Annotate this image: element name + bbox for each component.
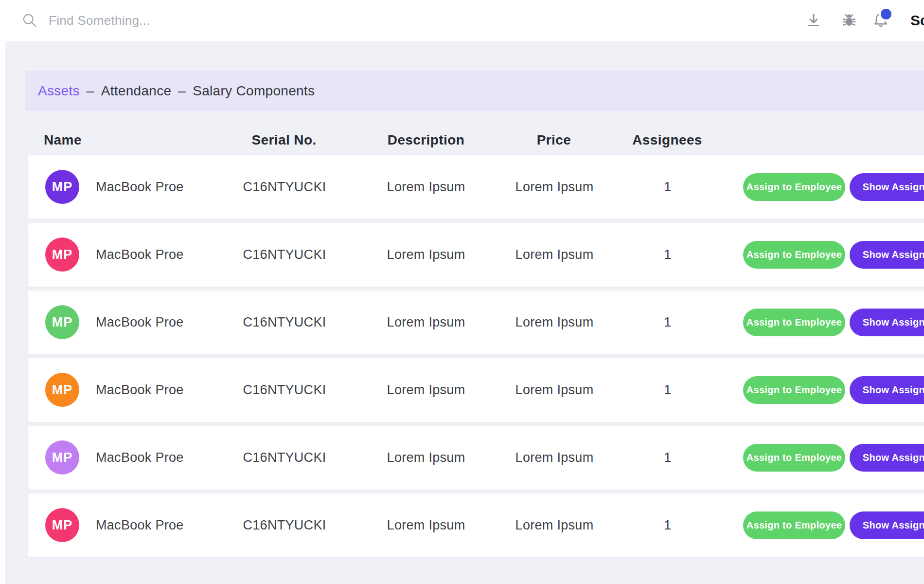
avatar: MP — [45, 508, 79, 542]
serial-number: C16NTYUCKI — [243, 223, 326, 287]
description: Lorem Ipsum — [387, 426, 465, 490]
breadcrumb-link-assets[interactable]: Assets — [38, 83, 80, 99]
table-body: MP MacBook Proe C16NTYUCKI Lorem Ipsum L… — [28, 155, 924, 557]
assign-to-employee-button[interactable]: Assign to Employee — [743, 511, 845, 539]
table-row: MP MacBook Proe C16NTYUCKI Lorem Ipsum L… — [28, 291, 924, 354]
serial-number: C16NTYUCKI — [243, 493, 326, 557]
avatar: MP — [45, 237, 79, 272]
column-header-name: Name — [44, 126, 82, 155]
breadcrumb-separator: – — [87, 83, 94, 99]
serial-number: C16NTYUCKI — [243, 358, 326, 422]
avatar: MP — [45, 373, 79, 407]
avatar: MP — [45, 440, 79, 474]
asset-name: MacBook Proe — [96, 223, 184, 287]
show-assignees-button[interactable]: Show Assignees — [850, 309, 924, 336]
topbar: Sc — [0, 0, 924, 41]
description: Lorem Ipsum — [387, 223, 465, 287]
column-header-price: Price — [537, 126, 571, 155]
breadcrumb-separator: – — [178, 83, 186, 99]
serial-number: C16NTYUCKI — [243, 291, 326, 354]
breadcrumb-item-attendance: Attendance — [101, 83, 172, 99]
app-window: Sc Assets – Attendance – Salary Componen… — [0, 0, 924, 584]
profile-name[interactable]: Sc — [910, 0, 924, 41]
assign-to-employee-button[interactable]: Assign to Employee — [743, 309, 845, 336]
show-assignees-button[interactable]: Show Assignees — [850, 376, 924, 404]
table-row: MP MacBook Proe C16NTYUCKI Lorem Ipsum L… — [28, 426, 924, 490]
avatar: MP — [45, 305, 79, 339]
assignees-count: 1 — [664, 493, 671, 557]
show-assignees-button[interactable]: Show Assignees — [850, 444, 924, 472]
show-assignees-button[interactable]: Show Assignees — [850, 241, 924, 269]
notification-dot — [879, 7, 893, 21]
assignees-count: 1 — [664, 291, 671, 354]
assign-to-employee-button[interactable]: Assign to Employee — [743, 376, 845, 404]
column-header-assignees: Assignees — [632, 126, 702, 155]
column-header-serial: Serial No. — [251, 126, 316, 155]
assign-to-employee-button[interactable]: Assign to Employee — [743, 173, 845, 201]
breadcrumb: Assets – Attendance – Salary Components — [25, 71, 924, 111]
assign-to-employee-button[interactable]: Assign to Employee — [743, 241, 845, 269]
asset-name: MacBook Proe — [96, 493, 184, 557]
table-row: MP MacBook Proe C16NTYUCKI Lorem Ipsum L… — [28, 223, 924, 287]
asset-name: MacBook Proe — [96, 426, 184, 490]
serial-number: C16NTYUCKI — [243, 155, 326, 219]
bell-icon[interactable] — [872, 0, 889, 41]
show-assignees-button[interactable]: Show Assignees — [850, 511, 924, 539]
download-icon[interactable] — [805, 0, 822, 41]
breadcrumb-item-salary-components: Salary Components — [193, 83, 315, 99]
price: Lorem Ipsum — [515, 291, 594, 354]
price: Lorem Ipsum — [515, 223, 594, 287]
price: Lorem Ipsum — [515, 155, 594, 219]
search-icon — [21, 12, 38, 29]
assignees-count: 1 — [664, 358, 671, 422]
assignees-count: 1 — [664, 223, 671, 287]
assign-to-employee-button[interactable]: Assign to Employee — [743, 444, 845, 472]
table-row: MP MacBook Proe C16NTYUCKI Lorem Ipsum L… — [28, 155, 924, 219]
avatar: MP — [45, 170, 79, 204]
asset-name: MacBook Proe — [96, 155, 184, 219]
assignees-count: 1 — [664, 155, 671, 219]
show-assignees-button[interactable]: Show Assignees — [850, 173, 924, 201]
table-row: MP MacBook Proe C16NTYUCKI Lorem Ipsum L… — [28, 493, 924, 557]
assignees-count: 1 — [664, 426, 671, 490]
column-header-description: Description — [388, 126, 464, 155]
asset-name: MacBook Proe — [96, 291, 184, 354]
description: Lorem Ipsum — [387, 291, 465, 354]
price: Lorem Ipsum — [515, 493, 594, 557]
serial-number: C16NTYUCKI — [243, 426, 326, 490]
asset-name: MacBook Proe — [96, 358, 184, 422]
description: Lorem Ipsum — [387, 358, 465, 422]
price: Lorem Ipsum — [515, 358, 594, 422]
search-box[interactable] — [21, 0, 302, 41]
description: Lorem Ipsum — [387, 493, 465, 557]
bug-icon[interactable] — [840, 0, 858, 41]
price: Lorem Ipsum — [515, 426, 594, 490]
table-header: Name Serial No. Description Price Assign… — [0, 126, 924, 155]
description: Lorem Ipsum — [387, 155, 465, 219]
table-row: MP MacBook Proe C16NTYUCKI Lorem Ipsum L… — [28, 358, 924, 422]
search-input[interactable] — [48, 13, 302, 29]
